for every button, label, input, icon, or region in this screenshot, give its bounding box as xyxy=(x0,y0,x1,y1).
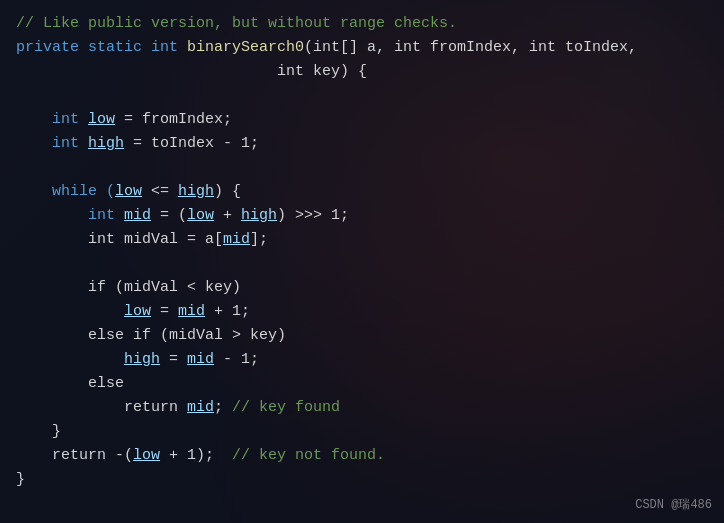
code-line: while (low <= high) { xyxy=(16,180,708,204)
code-line: int midVal = a[mid]; xyxy=(16,228,708,252)
code-line: int low = fromIndex; xyxy=(16,108,708,132)
code-line: int high = toIndex - 1; xyxy=(16,132,708,156)
code-line xyxy=(16,252,708,276)
code-container: // Like public version, but without rang… xyxy=(0,0,724,523)
code-line xyxy=(16,84,708,108)
code-line: return -(low + 1); // key not found. xyxy=(16,444,708,468)
code-line: high = mid - 1; xyxy=(16,348,708,372)
code-block: // Like public version, but without rang… xyxy=(0,0,724,523)
code-line: } xyxy=(16,468,708,492)
watermark: CSDN @瑞486 xyxy=(635,496,712,515)
code-line: else if (midVal > key) xyxy=(16,324,708,348)
code-line: return mid; // key found xyxy=(16,396,708,420)
code-line: int key) { xyxy=(16,60,708,84)
code-line: if (midVal < key) xyxy=(16,276,708,300)
code-line xyxy=(16,156,708,180)
code-line: } xyxy=(16,420,708,444)
code-line: low = mid + 1; xyxy=(16,300,708,324)
code-line: private static int binarySearch0(int[] a… xyxy=(16,36,708,60)
code-line: else xyxy=(16,372,708,396)
code-line: int mid = (low + high) >>> 1; xyxy=(16,204,708,228)
code-line: // Like public version, but without rang… xyxy=(16,12,708,36)
